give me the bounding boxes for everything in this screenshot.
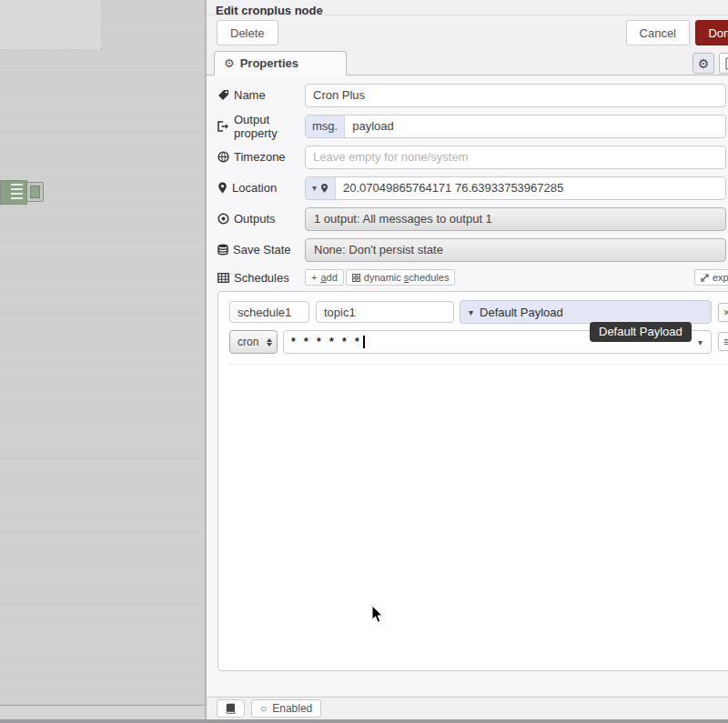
chevron-down-icon[interactable]: ▾ — [693, 337, 707, 347]
node-settings-button[interactable]: ⚙ — [693, 53, 714, 74]
map-marker-icon — [217, 182, 228, 194]
schedule-type-value: cron — [238, 336, 258, 348]
name-label: Name — [217, 88, 305, 102]
mouse-cursor — [371, 606, 384, 624]
gear-icon: ⚙ — [224, 56, 235, 70]
database-icon — [217, 244, 228, 256]
schedule-topic-input[interactable] — [316, 301, 454, 323]
payload-type-select[interactable]: ▾ Default Payload — [460, 300, 712, 324]
dialog-toolbar: Delete Cancel Done — [207, 15, 728, 51]
schedules-container: ▾ Default Payload × cron * * * * * * ▾ ≡… — [217, 291, 728, 671]
outputs-label: Outputs — [217, 212, 305, 226]
tab-properties-label: Properties — [240, 56, 298, 70]
schedule-type-select[interactable]: cron — [229, 330, 278, 354]
cronplus-node-button[interactable] — [26, 182, 44, 202]
timezone-label: Timezone — [217, 150, 305, 164]
output-property-field: msg. — [305, 115, 726, 138]
add-schedule-button[interactable]: + add — [305, 269, 344, 286]
payload-type-value: Default Payload — [480, 306, 563, 319]
sign-out-icon — [217, 121, 229, 132]
node-help-button[interactable] — [217, 699, 245, 718]
schedules-header-row: Schedules + add dynamic schedules expand — [217, 269, 726, 286]
workspace-footer — [0, 705, 205, 719]
cancel-button[interactable]: Cancel — [626, 20, 690, 45]
location-row: Location ▾ — [217, 176, 726, 199]
name-input[interactable] — [306, 85, 725, 106]
enabled-label: Enabled — [272, 702, 312, 715]
add-label: add — [320, 272, 337, 283]
schedule-row-separator — [228, 364, 728, 365]
globe-icon — [217, 151, 229, 163]
window-bottom-edge — [0, 719, 728, 723]
chevron-down-icon: ▾ — [312, 183, 317, 193]
schedule-name-input[interactable] — [229, 301, 309, 323]
tab-properties[interactable]: ⚙ Properties — [214, 51, 347, 75]
chevron-down-icon: ▾ — [469, 307, 473, 317]
timezone-row: Timezone — [217, 146, 726, 168]
location-type-button[interactable]: ▾ — [306, 177, 336, 199]
typed-input-type-button[interactable]: msg. — [306, 115, 345, 137]
edit-dialog: Edit cronplus node Delete Cancel Done ⚙ … — [205, 0, 728, 719]
select-arrows-icon — [267, 338, 272, 346]
tab-bar: ⚙ Properties ⚙ — [207, 51, 728, 75]
table-icon — [217, 273, 229, 283]
document-icon — [725, 57, 728, 70]
cron-expression-value: * * * * * * — [291, 337, 362, 346]
flow-workspace — [0, 0, 205, 723]
tag-icon — [217, 89, 229, 101]
delete-button[interactable]: Delete — [217, 20, 278, 45]
palette-panel — [0, 0, 102, 50]
gear-icon: ⚙ — [698, 56, 710, 71]
save-state-row: Save State None: Don't persist state — [217, 238, 726, 261]
name-field — [305, 84, 726, 107]
name-row: Name — [217, 84, 726, 106]
book-icon — [226, 703, 236, 714]
msg-prefix: msg. — [312, 119, 338, 133]
delete-schedule-button[interactable]: × — [718, 303, 728, 322]
output-property-label: Output property — [217, 113, 305, 140]
tab-tools: ⚙ — [693, 53, 728, 74]
dialog-content: Name Output property msg. Timezo — [207, 75, 728, 671]
enabled-toggle-button[interactable]: ○ Enabled — [251, 699, 321, 718]
expand-icon — [701, 274, 709, 282]
dynamic-label: dynamic schedules — [364, 272, 450, 283]
plus-icon: + — [311, 272, 317, 283]
dialog-footer: ○ Enabled — [207, 697, 728, 719]
outputs-select[interactable]: 1 output: All messages to output 1 — [305, 207, 726, 231]
dialog-header: Edit cronplus node — [207, 0, 728, 15]
output-property-row: Output property msg. — [217, 115, 726, 137]
payload-tooltip: Default Payload — [590, 322, 692, 342]
save-state-label: Save State — [217, 243, 305, 256]
outputs-row: Outputs 1 output: All messages to output… — [217, 207, 726, 230]
location-label: Location — [217, 181, 305, 195]
node-description-button[interactable] — [719, 53, 728, 74]
toggle-circle-icon: ○ — [260, 702, 267, 715]
location-input[interactable] — [336, 177, 725, 199]
done-button[interactable]: Done — [695, 20, 728, 45]
output-property-input[interactable] — [345, 115, 725, 137]
schedules-label: Schedules — [217, 271, 305, 285]
circle-dot-icon — [217, 213, 229, 225]
map-marker-icon — [320, 183, 329, 194]
save-state-select[interactable]: None: Don't persist state — [305, 238, 726, 262]
grid-icon — [352, 274, 360, 282]
timezone-field — [305, 146, 726, 169]
sort-handle-button[interactable]: ≡ — [718, 332, 728, 351]
location-field: ▾ — [305, 176, 726, 200]
timezone-input[interactable] — [306, 146, 725, 168]
dynamic-schedules-button[interactable]: dynamic schedules — [346, 269, 456, 286]
close-icon: × — [723, 306, 728, 319]
expand-button[interactable]: expand — [694, 269, 728, 286]
sort-icon: ≡ — [723, 336, 728, 348]
text-cursor — [363, 336, 365, 348]
cronplus-node[interactable] — [0, 180, 27, 205]
